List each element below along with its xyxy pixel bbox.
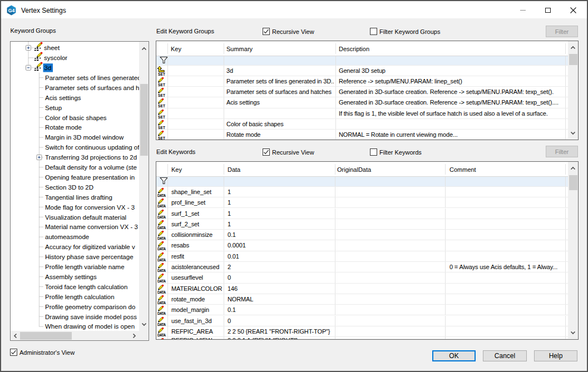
svg-text:Toroid face length calculation: Toroid face length calculation — [45, 284, 127, 290]
svg-text:Material name conversion VX -: Material name conversion VX - 3 — [45, 224, 138, 230]
svg-text:DATA: DATA — [157, 290, 166, 294]
svg-text:automeasmode: automeasmode — [45, 234, 89, 240]
svg-text:G4: G4 — [8, 8, 15, 13]
svg-text:Profile length variable name: Profile length variable name — [45, 264, 125, 270]
svg-text:Mode flag for conversion VX -: Mode flag for conversion VX - 3 — [45, 204, 135, 211]
svg-text:Switch for continuous updating: Switch for continuous updating of — [45, 144, 139, 151]
svg-text:SET: SET — [158, 115, 165, 119]
svg-text:Accuracy for digitized variabl: Accuracy for digitized variable v — [45, 244, 135, 250]
svg-text:syscolor: syscolor — [44, 54, 67, 61]
svg-text:Rotate mode: Rotate mode — [45, 124, 82, 131]
svg-text:Tangential lines drafting: Tangential lines drafting — [45, 194, 112, 201]
svg-text:SET: SET — [158, 104, 165, 108]
svg-text:SET: SET — [158, 136, 165, 140]
svg-text:DATA: DATA — [157, 194, 166, 197]
svg-text:Acis settings: Acis settings — [45, 95, 81, 101]
svg-text:DATA: DATA — [157, 215, 166, 219]
svg-text:DATA: DATA — [157, 269, 166, 272]
svg-text:Color of basic shapes: Color of basic shapes — [45, 115, 107, 121]
svg-text:Visualization default material: Visualization default material — [45, 214, 126, 221]
svg-text:DATA: DATA — [157, 258, 166, 262]
svg-text:When drawing of model is open: When drawing of model is open — [45, 323, 135, 330]
svg-text:3d: 3d — [45, 65, 52, 71]
svg-text:Margin in 3D model window: Margin in 3D model window — [45, 134, 124, 141]
svg-text:DATA: DATA — [157, 333, 166, 337]
svg-text:SET: SET — [158, 93, 165, 97]
svg-text:Parameter sets of surfaces and: Parameter sets of surfaces and hatches — [45, 85, 139, 91]
svg-text:DATA: DATA — [157, 311, 166, 315]
svg-text:History phase save percentage: History phase save percentage — [45, 254, 134, 260]
svg-text:Profile geometry comparison do: Profile geometry comparison do — [45, 304, 135, 310]
svg-text:DATA: DATA — [157, 247, 166, 251]
svg-text:DATA: DATA — [157, 226, 166, 230]
svg-text:sheet: sheet — [44, 44, 60, 51]
svg-text:DATA: DATA — [157, 323, 166, 326]
svg-text:DATA: DATA — [157, 204, 166, 208]
svg-text:DATA: DATA — [157, 301, 166, 305]
svg-text:Profile length calculation: Profile length calculation — [45, 294, 115, 300]
svg-text:SET: SET — [158, 126, 165, 130]
svg-text:Parameter sets of lines genera: Parameter sets of lines generated in 3D — [45, 75, 139, 81]
svg-text:Assembly settings: Assembly settings — [45, 274, 97, 280]
svg-text:Drawing save inside model poss: Drawing save inside model poss — [45, 314, 137, 320]
svg-text:Transferring 3d projections to: Transferring 3d projections to 2d — [45, 154, 137, 161]
svg-text:SET: SET — [158, 72, 165, 76]
svg-text:DATA: DATA — [157, 279, 166, 283]
svg-text:Default density for a volume (: Default density for a volume (ste — [45, 164, 137, 171]
svg-text:Setup: Setup — [45, 105, 62, 111]
svg-text:Section 3D to 2D: Section 3D to 2D — [45, 184, 93, 191]
svg-text:Opening feature presentation i: Opening feature presentation in — [45, 174, 135, 181]
svg-text:DATA: DATA — [157, 236, 166, 240]
svg-text:SET: SET — [158, 83, 165, 87]
